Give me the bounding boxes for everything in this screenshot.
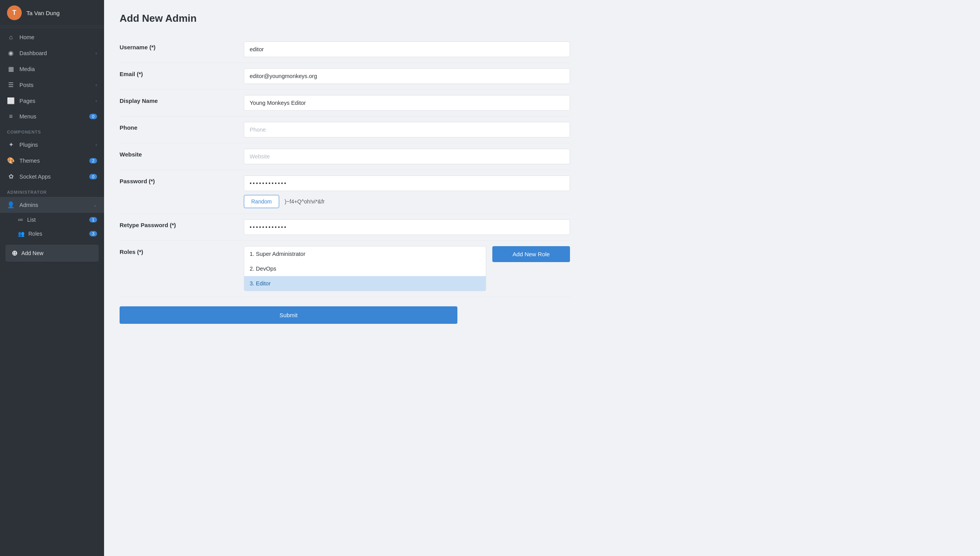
roles-label: Roles (*) xyxy=(120,241,244,263)
sidebar-item-label: Media xyxy=(19,66,35,72)
add-new-label: Add New xyxy=(21,250,43,256)
sidebar-item-label: Posts xyxy=(19,82,33,88)
form-container: Username (*) Email (*) Display Name Phon… xyxy=(120,36,570,335)
themes-icon: 🎨 xyxy=(7,157,15,164)
sidebar-item-label: Menus xyxy=(19,113,36,120)
main-content: Add New Admin Username (*) Email (*) Dis… xyxy=(104,0,980,556)
display-name-label: Display Name xyxy=(120,90,244,112)
username-field xyxy=(244,36,570,63)
sidebar-item-label: Plugins xyxy=(19,142,38,148)
retype-password-row: Retype Password (*) xyxy=(120,214,570,241)
components-section-label: COMPONENTS xyxy=(0,124,104,137)
sidebar-item-themes[interactable]: 🎨 Themes 2 xyxy=(0,153,104,169)
chevron-icon: ‹ xyxy=(96,82,97,88)
phone-label: Phone xyxy=(120,116,244,139)
themes-badge: 2 xyxy=(89,158,97,163)
password-field: Random )~f4+Q^oh!vi*&fr xyxy=(244,170,570,214)
role-item-devops[interactable]: 2. DevOps xyxy=(244,261,486,276)
sidebar-item-media[interactable]: ▦ Media xyxy=(0,61,104,77)
add-role-button[interactable]: Add New Role xyxy=(492,246,570,262)
retype-password-field xyxy=(244,214,570,240)
display-name-row: Display Name xyxy=(120,90,570,116)
sidebar-item-label: Dashboard xyxy=(19,50,47,56)
avatar: T xyxy=(7,5,22,20)
phone-row: Phone xyxy=(120,116,570,143)
roles-badge: 3 xyxy=(89,231,97,236)
socket-apps-badge: 0 xyxy=(89,174,97,179)
submit-row: Submit xyxy=(120,306,570,335)
chevron-down-icon: ⌄ xyxy=(93,202,97,208)
website-field xyxy=(244,143,570,170)
sidebar-item-admins[interactable]: 👤 Admins ⌄ xyxy=(0,197,104,213)
username-row: Username (*) xyxy=(120,36,570,63)
administrator-section-label: ADMINISTRATOR xyxy=(0,184,104,197)
sidebar-item-label: Socket Apps xyxy=(19,174,51,180)
email-field-container xyxy=(244,63,570,89)
sidebar-username: Ta Van Dung xyxy=(26,10,60,16)
sidebar-item-label: Home xyxy=(19,34,35,40)
list-badge: 1 xyxy=(89,217,97,222)
website-input[interactable] xyxy=(244,149,570,164)
random-button[interactable]: Random xyxy=(244,195,279,208)
role-item-super-admin[interactable]: 1. Super Administrator xyxy=(244,247,486,261)
username-label: Username (*) xyxy=(120,36,244,58)
roles-listbox: 1. Super Administrator 2. DevOps 3. Edit… xyxy=(244,246,486,291)
website-row: Website xyxy=(120,143,570,170)
sidebar-subitem-roles[interactable]: 👥 Roles 3 xyxy=(0,227,104,241)
add-new-button[interactable]: ⊕ Add New xyxy=(5,245,99,262)
sidebar-item-plugins[interactable]: ✦ Plugins ‹ xyxy=(0,137,104,153)
username-input[interactable] xyxy=(244,42,570,57)
posts-icon: ☰ xyxy=(7,81,15,89)
socket-apps-icon: ✿ xyxy=(7,173,15,180)
menus-badge: 0 xyxy=(89,114,97,119)
password-input[interactable] xyxy=(244,175,570,191)
password-label: Password (*) xyxy=(120,170,244,192)
sidebar-divider xyxy=(0,28,104,28)
email-row: Email (*) xyxy=(120,63,570,90)
roles-field: 1. Super Administrator 2. DevOps 3. Edit… xyxy=(244,241,570,297)
random-row: Random )~f4+Q^oh!vi*&fr xyxy=(244,195,570,208)
sidebar-subitem-list[interactable]: ≔ List 1 xyxy=(0,213,104,227)
sidebar-item-socket-apps[interactable]: ✿ Socket Apps 0 xyxy=(0,169,104,184)
sidebar-subitem-label: Roles xyxy=(28,231,42,237)
list-icon: ≔ xyxy=(18,217,23,223)
retype-password-label: Retype Password (*) xyxy=(120,214,244,236)
sidebar-header: T Ta Van Dung xyxy=(0,0,104,26)
display-name-input[interactable] xyxy=(244,95,570,111)
sidebar-subitem-label: List xyxy=(27,217,36,223)
email-label: Email (*) xyxy=(120,63,244,85)
sidebar-item-pages[interactable]: ⬜ Pages ‹ xyxy=(0,93,104,109)
sidebar-item-label: Admins xyxy=(19,202,38,208)
sidebar-item-menus[interactable]: ≡ Menus 0 xyxy=(0,109,104,124)
role-item-editor[interactable]: 3. Editor xyxy=(244,276,486,291)
menus-icon: ≡ xyxy=(7,113,15,120)
roles-row: Roles (*) 1. Super Administrator 2. DevO… xyxy=(120,241,570,297)
chevron-icon: ‹ xyxy=(96,98,97,104)
sidebar-item-label: Pages xyxy=(19,98,35,104)
chevron-icon: ‹ xyxy=(96,142,97,148)
sidebar-item-label: Themes xyxy=(19,158,40,164)
dashboard-icon: ◉ xyxy=(7,49,15,57)
roles-container: 1. Super Administrator 2. DevOps 3. Edit… xyxy=(244,246,570,291)
sidebar-item-posts[interactable]: ☰ Posts ‹ xyxy=(0,77,104,93)
website-label: Website xyxy=(120,143,244,165)
home-icon: ⌂ xyxy=(7,34,15,41)
random-value: )~f4+Q^oh!vi*&fr xyxy=(285,198,325,205)
plugins-icon: ✦ xyxy=(7,141,15,148)
sidebar: T Ta Van Dung ⌂ Home ◉ Dashboard ‹ ▦ Med… xyxy=(0,0,104,556)
sidebar-item-home[interactable]: ⌂ Home xyxy=(0,30,104,45)
pages-icon: ⬜ xyxy=(7,97,15,104)
retype-password-input[interactable] xyxy=(244,219,570,235)
admins-icon: 👤 xyxy=(7,201,15,208)
email-input[interactable] xyxy=(244,68,570,84)
media-icon: ▦ xyxy=(7,65,15,73)
roles-icon: 👥 xyxy=(18,231,24,237)
display-name-field xyxy=(244,90,570,116)
plus-icon: ⊕ xyxy=(12,249,17,257)
phone-input[interactable] xyxy=(244,122,570,137)
password-row: Password (*) Random )~f4+Q^oh!vi*&fr xyxy=(120,170,570,214)
sidebar-item-dashboard[interactable]: ◉ Dashboard ‹ xyxy=(0,45,104,61)
submit-button[interactable]: Submit xyxy=(120,306,457,324)
chevron-icon: ‹ xyxy=(96,50,97,56)
page-title: Add New Admin xyxy=(120,12,964,24)
